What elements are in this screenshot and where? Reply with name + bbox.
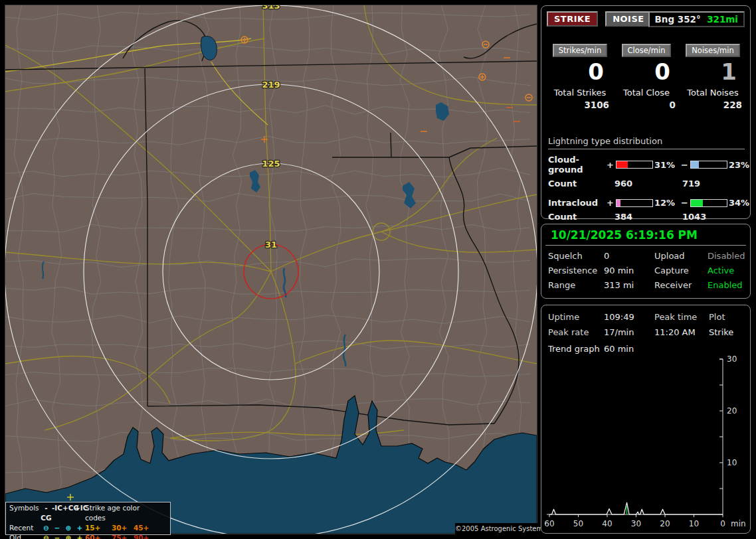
counter-panel: STRIKE NOISE Bng 352° 321mi Strikes/min …	[541, 5, 751, 219]
legend-cell: +	[74, 533, 85, 539]
copyright-text: ©2005 Astrogenic Systems	[455, 523, 538, 534]
legend-cell: -CG	[41, 503, 52, 523]
svg-text:30: 30	[727, 354, 737, 364]
legend-cell: Recent	[9, 523, 41, 533]
bearing-readout: Bng 352° 321mi	[648, 11, 745, 27]
bearing-label: Bng 352°	[655, 14, 701, 25]
legend-cell: -IC	[52, 503, 62, 523]
legend-cell: +	[74, 523, 85, 533]
peak-rate-value: 17/min	[604, 327, 654, 337]
strike-mode-button[interactable]: STRIKE	[547, 11, 598, 27]
rate-counters: Strikes/min 0 Total Strikes 3106 Close/m…	[548, 43, 745, 110]
total-close-label: Total Close	[614, 88, 678, 98]
strikes-column: Strikes/min 0 Total Strikes 3106	[548, 43, 612, 110]
upload-value: Disabled	[708, 251, 750, 261]
strikes-per-min-button[interactable]: Strikes/min	[553, 44, 608, 57]
plus-sign: +	[607, 160, 616, 170]
svg-text:0: 0	[720, 519, 725, 528]
trend-graph-value: 60 min	[604, 344, 670, 354]
peak-time-label: Peak time	[654, 312, 709, 322]
ic-plus-count: 384	[605, 212, 673, 222]
peak-time-value: 11:20 AM	[654, 327, 709, 337]
trend-trace	[549, 502, 723, 514]
map-canvas: 31321912531	[5, 5, 537, 534]
legend-grid: Symbols-CG-IC+CG+ICStrike age color code…	[6, 502, 170, 539]
svg-text:20: 20	[727, 406, 737, 416]
uptime-label: Uptime	[548, 312, 604, 322]
cg-minus-percent: 23%	[729, 160, 745, 170]
svg-text:50: 50	[573, 519, 583, 528]
ring-label-31: 31	[265, 240, 277, 250]
range-value: 313 mi	[604, 280, 654, 290]
plot-label: Plot	[709, 312, 749, 322]
mode-button-row: STRIKE NOISE Bng 352° 321mi	[547, 11, 745, 29]
legend-cell: 30+	[112, 523, 134, 533]
ic-minus-count: 1043	[673, 212, 741, 222]
legend-cell: −	[52, 533, 62, 539]
lightning-map[interactable]: 31321912531 Symbols-CG-IC+CG+ICStrike ag…	[5, 5, 537, 534]
svg-text:60: 60	[544, 519, 554, 528]
total-strikes-value: 3106	[548, 100, 612, 110]
ic-plus-percent: 12%	[654, 198, 681, 208]
upload-label: Upload	[654, 251, 708, 261]
svg-text:20: 20	[660, 519, 670, 528]
noises-per-min-value: 1	[681, 57, 745, 86]
datetime-display: 10/21/2025 6:19:16 PM	[545, 224, 746, 246]
receiver-value: Enabled	[708, 280, 750, 290]
noise-mode-button[interactable]: NOISE	[605, 11, 652, 27]
bearing-range: 321mi	[707, 14, 738, 25]
legend-cell: ⊕	[62, 533, 74, 539]
receiver-label: Receiver	[654, 280, 708, 290]
ic-plus-bar	[616, 199, 653, 207]
intracloud-counts: Count 384 1043	[548, 212, 745, 222]
cg-plus-percent: 31%	[654, 160, 681, 170]
stats-grid: Uptime 109:49 Peak time Plot Peak rate 1…	[541, 305, 750, 337]
plus-sign: +	[607, 198, 616, 208]
legend-cell: ⊕	[62, 523, 74, 533]
capture-label: Capture	[654, 266, 708, 275]
svg-text:10: 10	[689, 519, 699, 528]
total-strikes-label: Total Strikes	[548, 88, 612, 98]
legend-cell: ⊖	[41, 523, 52, 533]
minus-sign: −	[681, 160, 690, 170]
cg-plus-bar	[616, 161, 653, 169]
cloud-ground-counts: Count 960 719	[548, 179, 745, 189]
noises-per-min-button[interactable]: Noises/min	[686, 44, 739, 57]
cg-minus-bar	[690, 161, 727, 169]
legend-cell: +IC	[74, 503, 85, 523]
range-label: Range	[548, 280, 604, 290]
total-close-value: 0	[614, 100, 678, 110]
legend-cell: Old	[9, 533, 41, 539]
ring-label-219: 219	[262, 80, 280, 90]
legend-cell: +CG	[62, 503, 74, 523]
intracloud-row: Intracloud + 12% − 34%	[548, 198, 745, 208]
strikes-per-min-value: 0	[548, 57, 612, 86]
trend-graph-label: Trend graph	[548, 344, 604, 354]
ring-label-313: 313	[262, 5, 280, 11]
total-noises-value: 228	[681, 100, 745, 110]
close-per-min-button[interactable]: Close/min	[622, 44, 672, 57]
cg-plus-count: 960	[605, 179, 673, 189]
svg-text:10: 10	[727, 458, 737, 467]
legend-cell: 60+	[85, 533, 112, 539]
map-legend: Symbols-CG-IC+CG+ICStrike age color code…	[5, 502, 171, 535]
legend-cell: Strike age color codes	[85, 503, 160, 523]
trend-graph-row: Trend graph 60 min	[541, 337, 750, 354]
plot-value: Strike	[709, 327, 749, 337]
legend-cell: −	[52, 523, 62, 533]
intracloud-label: Intracloud	[548, 198, 607, 208]
squelch-value: 0	[604, 251, 654, 261]
persistence-value: 90 min	[604, 266, 654, 275]
trend-graph: 6050403020100min102030	[544, 353, 749, 531]
noises-column: Noises/min 1 Total Noises 228	[681, 43, 745, 110]
cloud-ground-row: Cloud-ground + 31% − 23%	[548, 155, 745, 175]
legend-cell: 15+	[85, 523, 112, 533]
close-per-min-value: 0	[614, 57, 678, 86]
count-label: Count	[548, 179, 605, 189]
legend-cell: 45+	[134, 523, 160, 533]
legend-cell: 75+	[112, 533, 134, 539]
trend-panel: Uptime 109:49 Peak time Plot Peak rate 1…	[541, 305, 751, 534]
status-panel: 10/21/2025 6:19:16 PM Squelch 0 Upload D…	[541, 224, 751, 299]
legend-cell: Symbols	[9, 503, 41, 523]
ic-minus-percent: 34%	[729, 198, 745, 208]
